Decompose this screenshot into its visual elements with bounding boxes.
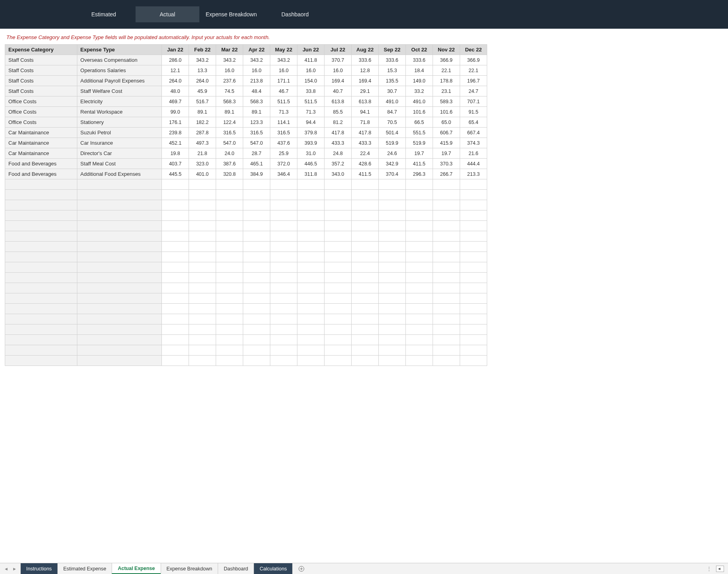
cell-category[interactable]: Staff Costs: [5, 86, 77, 96]
cell-category[interactable]: [5, 221, 77, 231]
cell-value[interactable]: [378, 314, 405, 324]
cell-value[interactable]: 519.9: [405, 138, 433, 148]
cell-value[interactable]: [189, 262, 216, 273]
cell-value[interactable]: [378, 190, 405, 200]
cell-value[interactable]: 70.5: [378, 117, 405, 128]
cell-value[interactable]: 91.5: [460, 107, 487, 117]
cell-category[interactable]: [5, 231, 77, 242]
cell-type[interactable]: Operations Salaries: [77, 65, 161, 76]
cell-value[interactable]: 366.9: [433, 55, 460, 65]
cell-value[interactable]: [405, 190, 433, 200]
cell-value[interactable]: [378, 335, 405, 345]
cell-value[interactable]: [460, 252, 487, 262]
cell-category[interactable]: Staff Costs: [5, 55, 77, 65]
cell-value[interactable]: 333.6: [405, 55, 433, 65]
cell-category[interactable]: [5, 242, 77, 252]
cell-value[interactable]: 613.8: [351, 96, 378, 107]
cell-value[interactable]: [189, 273, 216, 283]
cell-value[interactable]: [297, 221, 324, 231]
cell-value[interactable]: 101.6: [433, 107, 460, 117]
cell-value[interactable]: [162, 335, 189, 345]
cell-value[interactable]: 85.5: [324, 107, 351, 117]
cell-value[interactable]: [433, 356, 460, 366]
cell-value[interactable]: 213.8: [243, 76, 270, 86]
cell-value[interactable]: [216, 293, 243, 304]
cell-type[interactable]: [77, 252, 161, 262]
cell-value[interactable]: 411.8: [297, 55, 324, 65]
cell-value[interactable]: [162, 200, 189, 210]
cell-value[interactable]: 122.4: [216, 117, 243, 128]
cell-value[interactable]: [324, 273, 351, 283]
cell-value[interactable]: [270, 283, 297, 293]
cell-value[interactable]: [162, 262, 189, 273]
cell-category[interactable]: [5, 262, 77, 273]
cell-value[interactable]: [433, 231, 460, 242]
cell-value[interactable]: 239.8: [162, 128, 189, 138]
cell-value[interactable]: 264.0: [162, 76, 189, 86]
cell-value[interactable]: 366.9: [460, 55, 487, 65]
cell-category[interactable]: [5, 356, 77, 366]
cell-value[interactable]: [433, 190, 460, 200]
cell-value[interactable]: 21.6: [460, 148, 487, 159]
cell-value[interactable]: 114.1: [270, 117, 297, 128]
cell-value[interactable]: [324, 304, 351, 314]
cell-value[interactable]: [460, 345, 487, 356]
cell-value[interactable]: [378, 221, 405, 231]
cell-category[interactable]: [5, 314, 77, 324]
cell-value[interactable]: 24.0: [216, 148, 243, 159]
cell-value[interactable]: [243, 273, 270, 283]
cell-value[interactable]: [189, 231, 216, 242]
cell-value[interactable]: 16.0: [297, 65, 324, 76]
cell-value[interactable]: 346.4: [270, 169, 297, 179]
cell-value[interactable]: 357.2: [324, 159, 351, 169]
cell-value[interactable]: [189, 252, 216, 262]
cell-value[interactable]: 606.7: [433, 128, 460, 138]
cell-value[interactable]: 374.3: [460, 138, 487, 148]
cell-value[interactable]: [460, 283, 487, 293]
cell-value[interactable]: 123.3: [243, 117, 270, 128]
cell-value[interactable]: [216, 283, 243, 293]
cell-value[interactable]: 469.7: [162, 96, 189, 107]
cell-value[interactable]: 667.4: [460, 128, 487, 138]
cell-value[interactable]: [243, 335, 270, 345]
cell-value[interactable]: [433, 242, 460, 252]
cell-value[interactable]: 18.4: [405, 65, 433, 76]
cell-type[interactable]: [77, 190, 161, 200]
cell-category[interactable]: [5, 345, 77, 356]
cell-value[interactable]: [297, 252, 324, 262]
cell-value[interactable]: [297, 314, 324, 324]
cell-value[interactable]: 89.1: [189, 107, 216, 117]
col-header-month[interactable]: Aug 22: [351, 45, 378, 55]
cell-value[interactable]: 370.3: [433, 159, 460, 169]
cell-category[interactable]: [5, 324, 77, 335]
cell-value[interactable]: [216, 242, 243, 252]
cell-value[interactable]: [433, 335, 460, 345]
cell-value[interactable]: [405, 335, 433, 345]
cell-value[interactable]: [324, 293, 351, 304]
cell-value[interactable]: 94.4: [297, 117, 324, 128]
cell-value[interactable]: [351, 356, 378, 366]
cell-value[interactable]: [378, 283, 405, 293]
cell-value[interactable]: 417.8: [324, 128, 351, 138]
cell-value[interactable]: [270, 293, 297, 304]
cell-value[interactable]: 264.0: [189, 76, 216, 86]
cell-value[interactable]: [297, 283, 324, 293]
cell-type[interactable]: [77, 273, 161, 283]
cell-value[interactable]: 213.3: [460, 169, 487, 179]
cell-type[interactable]: Electricity: [77, 96, 161, 107]
cell-value[interactable]: [351, 273, 378, 283]
cell-value[interactable]: 387.6: [216, 159, 243, 169]
cell-value[interactable]: [405, 231, 433, 242]
cell-value[interactable]: [460, 242, 487, 252]
cell-value[interactable]: [324, 210, 351, 221]
cell-value[interactable]: [162, 190, 189, 200]
col-header-type[interactable]: Expense Type: [77, 45, 161, 55]
cell-value[interactable]: [378, 304, 405, 314]
cell-value[interactable]: [433, 210, 460, 221]
cell-value[interactable]: 343.2: [216, 55, 243, 65]
cell-value[interactable]: 333.6: [378, 55, 405, 65]
cell-value[interactable]: 401.0: [189, 169, 216, 179]
cell-category[interactable]: [5, 335, 77, 345]
cell-value[interactable]: 707.1: [460, 96, 487, 107]
cell-category[interactable]: [5, 293, 77, 304]
